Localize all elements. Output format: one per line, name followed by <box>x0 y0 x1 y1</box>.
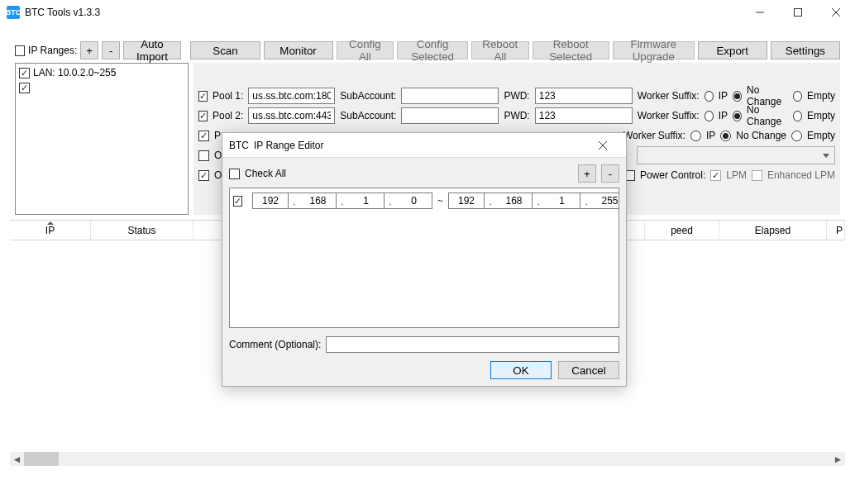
ip-from-group: . . . <box>252 193 432 209</box>
col-elapsed[interactable]: Elapsed <box>719 221 827 240</box>
ip-ranges-checkbox[interactable] <box>15 45 25 56</box>
dot-icon: . <box>580 193 592 209</box>
close-button[interactable] <box>817 0 855 25</box>
settings-button[interactable]: Settings <box>771 41 840 59</box>
range-list[interactable]: . . . ~ . . . <box>229 188 619 328</box>
pool2-pwd-input[interactable] <box>535 107 633 124</box>
elpm-checkbox[interactable] <box>752 170 762 181</box>
pool1-pwd-input[interactable] <box>535 88 633 104</box>
export-button[interactable]: Export <box>698 41 767 59</box>
comment-label: Comment (Optional): <box>229 339 321 350</box>
pool2-suffix-ip-radio[interactable] <box>705 111 714 121</box>
pool1-suffix-label: Worker Suffix: <box>638 90 700 102</box>
pool2-sub-label: SubAccount: <box>340 110 396 121</box>
config-all-button[interactable]: Config All <box>337 41 394 59</box>
dialog-title-bar[interactable]: BTC IP Range Editor <box>222 133 626 158</box>
radio-label: IP <box>706 130 715 141</box>
scroll-left-icon[interactable]: ◄ <box>10 452 24 466</box>
svg-rect-1 <box>795 9 802 17</box>
app-icon: BTC <box>7 6 20 19</box>
dialog-add-button[interactable]: + <box>578 164 596 183</box>
pool1-suffix-empty-radio[interactable] <box>793 91 802 102</box>
ip-from-octet4[interactable] <box>396 193 432 209</box>
pool3-suffix-nochange-radio[interactable] <box>720 131 731 141</box>
pool1-checkbox[interactable] <box>198 91 208 102</box>
ip-to-octet3[interactable] <box>544 193 580 209</box>
pool-row-1: Pool 1: SubAccount: PWD: Worker Suffix: … <box>193 86 840 106</box>
overclock-checkbox[interactable] <box>198 150 209 161</box>
col-status[interactable]: Status <box>91 221 193 240</box>
other-checkbox[interactable] <box>198 170 209 181</box>
pool2-suffix-label: Worker Suffix: <box>638 110 700 121</box>
pool1-sub-label: SubAccount: <box>340 90 396 102</box>
overclock-dropdown[interactable] <box>637 146 835 164</box>
pool1-suffix-ip-radio[interactable] <box>705 91 714 102</box>
range-checkbox[interactable] <box>233 196 242 207</box>
ip-from-octet3[interactable] <box>348 193 385 209</box>
minimize-button[interactable] <box>741 0 779 25</box>
pool2-suffix-empty-radio[interactable] <box>793 111 802 121</box>
col-speed[interactable]: peed <box>645 221 719 240</box>
remove-range-button[interactable]: - <box>102 41 120 59</box>
col-ip[interactable]: IP <box>10 221 91 240</box>
maximize-button[interactable] <box>779 0 817 25</box>
scan-button[interactable]: Scan <box>190 41 260 59</box>
pool2-subaccount-input[interactable] <box>401 107 499 124</box>
col-p[interactable]: P <box>827 221 845 240</box>
pool1-suffix-nochange-radio[interactable] <box>733 91 742 102</box>
ip-to-group: . . . <box>448 193 619 209</box>
firmware-upgrade-button[interactable]: Firmware Upgrade <box>613 41 695 59</box>
pool3-suffix-ip-radio[interactable] <box>690 131 701 141</box>
pool3-label: P <box>214 130 221 141</box>
comment-row: Comment (Optional): <box>229 336 619 353</box>
dialog-close-button[interactable] <box>586 133 619 158</box>
pool1-pwd-label: PWD: <box>504 90 529 102</box>
horizontal-scrollbar[interactable]: ◄ ► <box>10 452 845 466</box>
cancel-button[interactable]: Cancel <box>558 361 619 379</box>
pool1-url-input[interactable] <box>248 88 335 104</box>
lpm-label: LPM <box>726 169 747 181</box>
ip-range-text: LAN: 10.0.2.0~255 <box>33 67 116 78</box>
radio-label: IP <box>719 110 728 121</box>
pool2-checkbox[interactable] <box>198 111 208 121</box>
scroll-track[interactable] <box>59 452 831 466</box>
pool3-suffix-empty-radio[interactable] <box>791 131 802 141</box>
radio-label: No Change <box>747 104 788 127</box>
radio-label: Empty <box>807 90 835 102</box>
pool3-checkbox[interactable] <box>198 131 209 141</box>
pool2-suffix-nochange-radio[interactable] <box>733 111 742 121</box>
dialog-remove-button[interactable]: - <box>601 164 619 183</box>
ok-button[interactable]: OK <box>490 361 552 379</box>
ip-range-checkbox[interactable] <box>19 68 30 78</box>
pool1-subaccount-input[interactable] <box>401 88 499 104</box>
ip-ranges-list[interactable]: LAN: 10.0.2.0~255 <box>15 63 189 215</box>
ip-range-item[interactable]: LAN: 10.0.2.0~255 <box>19 65 184 80</box>
monitor-button[interactable]: Monitor <box>264 41 333 59</box>
ip-from-octet1[interactable] <box>252 193 289 209</box>
add-range-button[interactable]: + <box>80 41 98 59</box>
dialog-title: IP Range Editor <box>254 140 324 151</box>
ip-ranges-label: IP Ranges: <box>28 45 77 56</box>
power-control-label: Power Control: <box>640 169 705 181</box>
reboot-all-button[interactable]: Reboot All <box>471 41 528 59</box>
config-selected-button[interactable]: Config Selected <box>397 41 468 59</box>
dot-icon: . <box>385 193 396 209</box>
ip-range-item[interactable] <box>19 80 184 95</box>
comment-input[interactable] <box>326 336 619 353</box>
range-row: . . . ~ . . . <box>233 192 615 210</box>
dot-icon: . <box>485 193 496 209</box>
ip-range-checkbox[interactable] <box>19 83 30 93</box>
scroll-right-icon[interactable]: ► <box>831 452 845 466</box>
lpm-checkbox[interactable] <box>710 170 721 181</box>
check-all-checkbox[interactable] <box>229 169 240 179</box>
chevron-down-icon <box>823 154 829 158</box>
reboot-selected-button[interactable]: Reboot Selected <box>533 41 609 59</box>
ip-to-octet2[interactable] <box>496 193 533 209</box>
ip-to-octet4[interactable] <box>592 193 619 209</box>
pool2-url-input[interactable] <box>248 107 335 124</box>
app-title: BTC Tools v1.3.3 <box>25 7 741 18</box>
auto-import-button[interactable]: Auto Import <box>123 41 180 59</box>
ip-to-octet1[interactable] <box>448 193 485 209</box>
scroll-thumb[interactable] <box>24 452 59 466</box>
ip-from-octet2[interactable] <box>300 193 337 209</box>
